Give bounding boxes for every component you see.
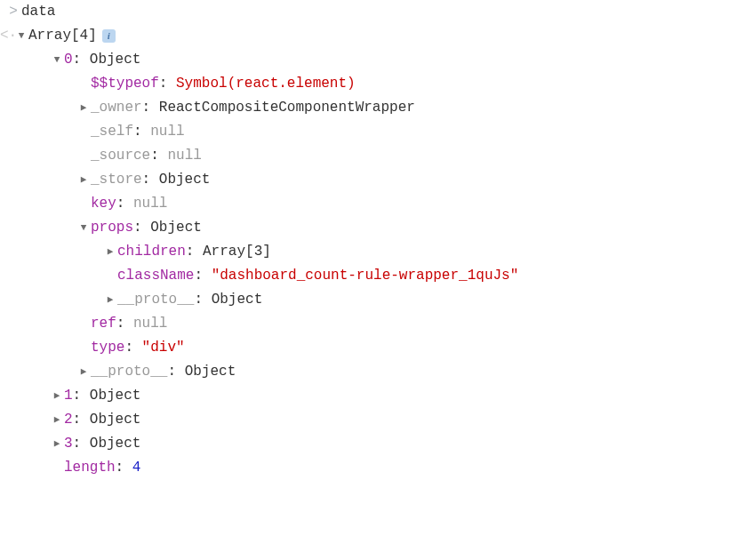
separator: :	[133, 216, 150, 239]
separator: :	[142, 168, 159, 191]
tree-row-type[interactable]: ▶ type: "div"	[0, 336, 729, 360]
input-prompt-icon: >	[5, 0, 21, 23]
value: Array[3]	[203, 240, 271, 263]
value: Object	[159, 168, 211, 191]
value: null	[150, 120, 184, 143]
disclosure-triangle-down-icon[interactable]: ▼	[78, 220, 89, 236]
key: ref	[91, 312, 116, 335]
value: Symbol(react.element)	[176, 72, 356, 95]
value: null	[167, 144, 201, 167]
tree-row-self[interactable]: ▶ _self: null	[0, 120, 729, 144]
key: className	[117, 264, 194, 287]
separator: :	[167, 360, 184, 383]
console-input-text: data	[21, 0, 55, 23]
info-icon[interactable]: i	[102, 29, 116, 43]
disclosure-triangle-right-icon[interactable]: ▶	[105, 244, 116, 260]
tree-row-index-3[interactable]: ▶ 3: Object	[0, 432, 729, 456]
disclosure-triangle-right-icon[interactable]: ▶	[78, 100, 89, 116]
disclosure-triangle-right-icon[interactable]: ▶	[52, 436, 62, 452]
disclosure-triangle-right-icon[interactable]: ▶	[52, 388, 62, 404]
tree-row-owner[interactable]: ▶ _owner: ReactCompositeComponentWrapper	[0, 96, 729, 120]
disclosure-triangle-right-icon[interactable]: ▶	[52, 412, 62, 428]
tree-row-proto[interactable]: ▶ __proto__: Object	[0, 288, 729, 312]
separator: :	[116, 312, 133, 335]
disclosure-triangle-right-icon[interactable]: ▶	[78, 172, 89, 188]
key: _self	[91, 120, 133, 143]
separator: :	[159, 72, 176, 95]
key: _source	[91, 144, 150, 167]
separator: :	[73, 384, 90, 407]
separator: :	[73, 432, 90, 455]
separator: :	[194, 264, 211, 287]
value: "dashboard_count-rule-wrapper_1quJs"	[212, 264, 519, 287]
value: 4	[132, 456, 141, 479]
value: Object	[90, 432, 141, 455]
separator: :	[116, 456, 132, 479]
key: length	[64, 456, 116, 479]
tree-row-props[interactable]: ▼ props: Object	[0, 216, 729, 240]
key: 0	[64, 48, 73, 71]
tree-row-source[interactable]: ▶ _source: null	[0, 144, 729, 168]
key: $$typeof	[91, 72, 159, 95]
tree-row-store[interactable]: ▶ _store: Object	[0, 168, 729, 192]
disclosure-triangle-down-icon[interactable]: ▼	[52, 52, 62, 68]
disclosure-triangle-right-icon[interactable]: ▶	[78, 364, 89, 380]
tree-row-length[interactable]: ▶ length: 4	[0, 456, 729, 480]
tree-row-children[interactable]: ▶ children: Array[3]	[0, 240, 729, 264]
key: __proto__	[117, 288, 194, 311]
separator: :	[186, 240, 203, 263]
key: __proto__	[91, 360, 167, 383]
value: ReactCompositeComponentWrapper	[159, 96, 415, 119]
array-label: Array[4]	[28, 24, 97, 47]
key: props	[91, 216, 133, 239]
console-output-row[interactable]: <· ▼ Array[4] i	[0, 24, 729, 48]
value: Object	[150, 216, 202, 239]
tree-row-index-1[interactable]: ▶ 1: Object	[0, 384, 729, 408]
separator: :	[124, 336, 141, 359]
value: Object	[185, 360, 236, 383]
key: 1	[64, 384, 73, 407]
disclosure-triangle-down-icon[interactable]: ▼	[16, 28, 27, 44]
disclosure-triangle-right-icon[interactable]: ▶	[105, 292, 116, 308]
value: null	[133, 192, 167, 215]
output-prompt-icon: <·	[0, 24, 16, 47]
value: null	[133, 312, 167, 335]
key: type	[91, 336, 124, 359]
separator: :	[133, 120, 150, 143]
tree-row-index-0[interactable]: ▼ 0: Object	[0, 48, 729, 72]
key: _owner	[91, 96, 142, 119]
key: 3	[64, 432, 73, 455]
key: children	[117, 240, 186, 263]
console-input-row: > data	[0, 0, 729, 24]
key: key	[91, 192, 116, 215]
key: _store	[91, 168, 142, 191]
tree-row-key[interactable]: ▶ key: null	[0, 192, 729, 216]
tree-row-proto[interactable]: ▶ __proto__: Object	[0, 360, 729, 384]
tree-row-ref[interactable]: ▶ ref: null	[0, 312, 729, 336]
separator: :	[73, 48, 90, 71]
key: 2	[64, 408, 73, 431]
value: "div"	[142, 336, 185, 359]
value: Object	[90, 384, 141, 407]
separator: :	[194, 288, 211, 311]
separator: :	[116, 192, 133, 215]
tree-row-typeof[interactable]: ▶ $$typeof: Symbol(react.element)	[0, 72, 729, 96]
separator: :	[73, 408, 90, 431]
separator: :	[142, 96, 159, 119]
tree-row-classname[interactable]: ▶ className: "dashboard_count-rule-wrapp…	[0, 264, 729, 288]
value: Object	[90, 408, 141, 431]
separator: :	[150, 144, 167, 167]
tree-row-index-2[interactable]: ▶ 2: Object	[0, 408, 729, 432]
value: Object	[90, 48, 141, 71]
value: Object	[212, 288, 263, 311]
